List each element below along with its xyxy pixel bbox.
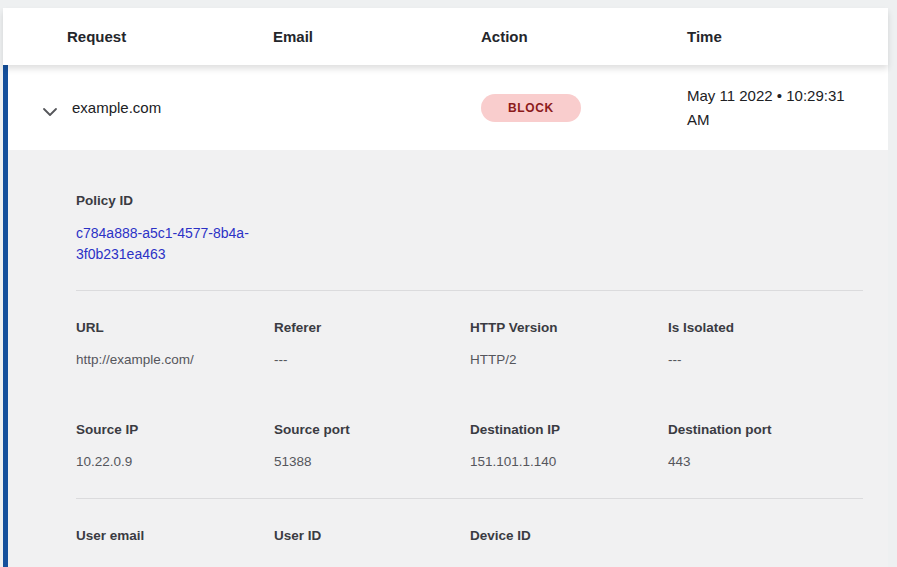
detail-row-http: URL http://example.com/ Referer --- HTTP…: [76, 320, 863, 370]
policy-id-field: Policy ID c784a888-a5c1-4577-8b4a-3f0b23…: [76, 193, 863, 265]
user-email-label: User email: [76, 528, 274, 543]
source-port-field: Source port 51388: [274, 422, 470, 472]
expanded-row-group: example.com BLOCK May 11 2022 • 10:29:31…: [3, 65, 888, 567]
referer-field: Referer ---: [274, 320, 470, 370]
row-detail-panel: Policy ID c784a888-a5c1-4577-8b4a-3f0b23…: [8, 150, 888, 567]
destination-ip-field: Destination IP 151.101.1.140: [470, 422, 668, 472]
divider: [76, 290, 863, 291]
device-id-label: Device ID: [470, 528, 668, 543]
referer-label: Referer: [274, 320, 470, 335]
http-version-label: HTTP Version: [470, 320, 668, 335]
referer-value: ---: [274, 350, 470, 370]
source-ip-value: 10.22.0.9: [76, 452, 274, 472]
source-ip-field: Source IP 10.22.0.9: [76, 422, 274, 472]
policy-id-label: Policy ID: [76, 193, 863, 208]
table-row[interactable]: example.com BLOCK May 11 2022 • 10:29:31…: [8, 65, 888, 150]
http-version-value: HTTP/2: [470, 350, 668, 370]
url-value: http://example.com/: [76, 350, 274, 370]
action-cell: BLOCK: [481, 94, 687, 122]
detail-row-user: User email --- User ID --- Device ID ---: [76, 528, 863, 567]
user-email-value: ---: [76, 558, 274, 567]
source-ip-label: Source IP: [76, 422, 274, 437]
destination-port-field: Destination port 443: [668, 422, 863, 472]
source-port-value: 51388: [274, 452, 470, 472]
source-port-label: Source port: [274, 422, 470, 437]
url-label: URL: [76, 320, 274, 335]
http-version-field: HTTP Version HTTP/2: [470, 320, 668, 370]
destination-ip-value: 151.101.1.140: [470, 452, 668, 472]
is-isolated-value: ---: [668, 350, 863, 370]
is-isolated-field: Is Isolated ---: [668, 320, 863, 370]
destination-ip-label: Destination IP: [470, 422, 668, 437]
column-header-time: Time: [687, 28, 888, 45]
user-email-field: User email ---: [76, 528, 274, 567]
user-id-field: User ID ---: [274, 528, 470, 567]
column-header-email: Email: [273, 28, 481, 45]
is-isolated-label: Is Isolated: [668, 320, 863, 335]
destination-port-label: Destination port: [668, 422, 863, 437]
policy-id-link[interactable]: c784a888-a5c1-4577-8b4a-3f0b231ea463: [76, 223, 268, 265]
chevron-down-icon[interactable]: [42, 103, 58, 113]
device-id-value: ---: [470, 558, 668, 567]
divider: [76, 498, 863, 499]
table-header-row: Request Email Action Time: [3, 8, 888, 65]
destination-port-value: 443: [668, 452, 863, 472]
column-header-action: Action: [481, 28, 687, 45]
user-id-value: ---: [274, 558, 470, 567]
user-id-label: User ID: [274, 528, 470, 543]
empty-cell: [668, 528, 863, 567]
url-field: URL http://example.com/: [76, 320, 274, 370]
detail-row-network: Source IP 10.22.0.9 Source port 51388 De…: [76, 422, 863, 472]
device-id-field: Device ID ---: [470, 528, 668, 567]
request-cell: example.com: [72, 99, 273, 116]
time-cell: May 11 2022 • 10:29:31 AM: [687, 84, 869, 132]
log-table: Request Email Action Time example.com BL…: [3, 8, 888, 567]
block-status-badge: BLOCK: [481, 94, 581, 122]
column-header-request: Request: [67, 28, 273, 45]
